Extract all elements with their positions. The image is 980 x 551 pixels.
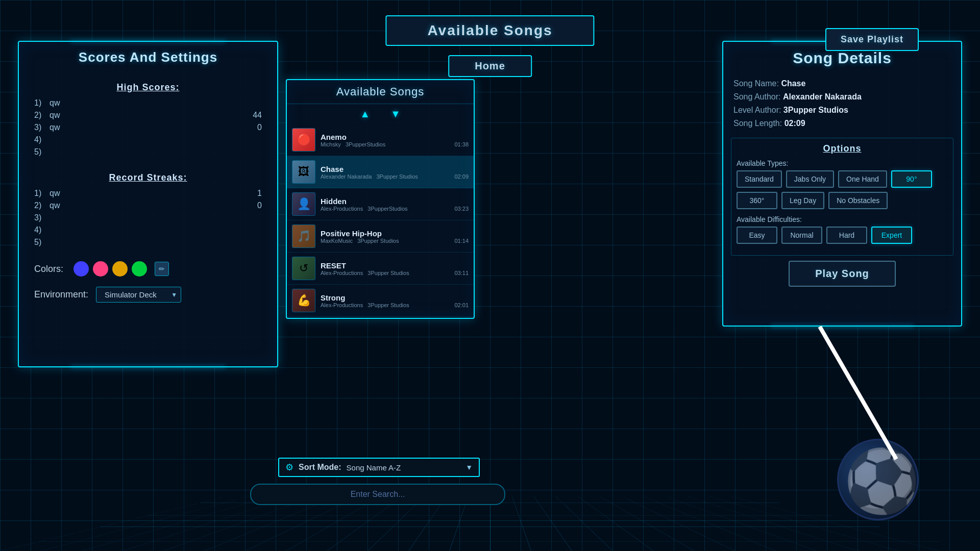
song-thumb-icon: 👤	[297, 197, 311, 211]
score-row: 1)qw	[34, 97, 262, 109]
score-name: qw	[50, 123, 241, 132]
scroll-up-arrow[interactable]: ▲	[360, 108, 370, 120]
available-difficulties-label: Available Difficulties:	[737, 215, 948, 223]
song-meta: Alexander Nakarada 3Pupper Studios 02:09	[321, 173, 469, 180]
song-list-item[interactable]: 💪 Strong Alex-Productions 3Pupper Studio…	[287, 285, 474, 317]
song-duration: 01:14	[454, 238, 469, 244]
color-swatch[interactable]	[132, 261, 147, 277]
type-buttons: StandardJabs OnlyOne Hand90°360°Leg DayN…	[737, 170, 948, 209]
song-thumb-icon: ↺	[299, 262, 308, 275]
streak-rank: 3)	[34, 213, 50, 222]
song-list-item[interactable]: 👤 Hidden Alex-Productions 3PupperStudios…	[287, 188, 474, 220]
song-list-item[interactable]: 🔴 Anemo Michsky 3PupperStudios 01:38	[287, 124, 474, 156]
streak-rank: 5)	[34, 238, 50, 247]
color-swatch[interactable]	[112, 261, 128, 277]
available-types-label: Available Types:	[737, 159, 948, 167]
save-playlist-button[interactable]: Save Playlist	[825, 28, 919, 51]
level-author-value: 3Pupper Studios	[783, 106, 848, 114]
streak-name: qw	[50, 189, 241, 198]
score-value	[241, 147, 262, 157]
panel-top-decor	[70, 41, 226, 42]
streak-value: 0	[241, 201, 262, 210]
level-author-label: Level Author:	[733, 106, 781, 114]
song-list-item[interactable]: ↺ RESET Alex-Productions 3Pupper Studios…	[287, 253, 474, 285]
song-length-row: Song Length: 02:09	[733, 117, 951, 130]
type-button-one-hand[interactable]: One Hand	[838, 170, 887, 188]
song-author: MaxKoMusic 3Pupper Studios	[321, 238, 399, 244]
home-button[interactable]: Home	[448, 55, 532, 77]
streak-value: 1	[241, 189, 262, 198]
score-row: 2)qw44	[34, 109, 262, 121]
main-header: Available Songs	[385, 15, 594, 46]
type-button-jabs-only[interactable]: Jabs Only	[786, 170, 834, 188]
song-list-item[interactable]: 🖼 Chase Alexander Nakarada 3Pupper Studi…	[287, 156, 474, 188]
song-title: Chase	[321, 165, 469, 173]
sort-bar: ⚙ Sort Mode: Song Name A-Z ▼	[278, 458, 480, 477]
scroll-down-arrow[interactable]: ▼	[390, 108, 401, 120]
type-button-leg-day[interactable]: Leg Day	[781, 192, 824, 209]
song-name-value: Chase	[781, 79, 805, 88]
song-author: Michsky 3PupperStudios	[321, 141, 385, 147]
difficulty-button-hard[interactable]: Hard	[826, 227, 867, 244]
difficulty-button-expert[interactable]: Expert	[871, 227, 912, 244]
sort-mode-value: Song Name A-Z	[347, 463, 461, 472]
song-info: Chase Alexander Nakarada 3Pupper Studios…	[321, 165, 469, 180]
streak-row: 4)	[34, 224, 262, 236]
options-section: Options Available Types: StandardJabs On…	[731, 138, 953, 256]
song-duration: 02:09	[454, 173, 469, 180]
song-info: Strong Alex-Productions 3Pupper Studios …	[321, 293, 469, 308]
song-meta: Alex-Productions 3PupperStudios 03:23	[321, 206, 469, 212]
song-title: Strong	[321, 293, 469, 302]
search-input[interactable]	[261, 490, 494, 499]
song-thumb-icon: 🎵	[297, 230, 311, 243]
colors-row: Colors: ✏	[19, 254, 277, 284]
score-value	[241, 98, 262, 108]
scores-panel-title: Scores And Settings	[19, 42, 277, 73]
sort-mode-label: Sort Mode:	[299, 463, 341, 472]
options-title: Options	[737, 143, 948, 154]
type-button-90[interactable]: 90°	[891, 170, 932, 188]
streaks-list: 1)qw12)qw03)4)5)	[34, 187, 262, 248]
environment-dropdown[interactable]: Simulator DeckDefaultNice EnvironmentBig…	[96, 287, 181, 303]
streak-row: 2)qw0	[34, 199, 262, 212]
song-thumbnail: ↺	[292, 257, 315, 280]
play-song-button[interactable]: Play Song	[789, 261, 896, 287]
color-swatch[interactable]	[93, 261, 108, 277]
song-meta: Alex-Productions 3Pupper Studios 03:11	[321, 270, 469, 276]
song-list-item[interactable]: 🎵 Positive Hip-Hop MaxKoMusic 3Pupper St…	[287, 220, 474, 253]
color-swatch[interactable]	[74, 261, 89, 277]
song-info: Anemo Michsky 3PupperStudios 01:38	[321, 133, 469, 147]
score-value: 44	[241, 111, 262, 120]
song-author-label: Song Author:	[733, 92, 781, 101]
panel-bottom-decor	[70, 366, 226, 367]
streak-rank: 4)	[34, 226, 50, 235]
record-streaks-title: Record Streaks:	[34, 172, 262, 183]
edit-colors-button[interactable]: ✏	[155, 262, 169, 276]
colors-list	[74, 261, 147, 277]
score-rank: 5)	[34, 147, 50, 157]
score-row: 4)	[34, 134, 262, 146]
record-streaks-section: Record Streaks: 1)qw12)qw03)4)5)	[19, 163, 277, 254]
streak-value	[241, 238, 262, 247]
score-rank: 1)	[34, 98, 50, 108]
type-button-360[interactable]: 360°	[737, 192, 777, 209]
song-meta: Alex-Productions 3Pupper Studios 02:01	[321, 302, 469, 308]
type-button-no-obstacles[interactable]: No Obstacles	[828, 192, 888, 209]
streak-value	[241, 226, 262, 235]
level-author-row: Level Author: 3Pupper Studios	[733, 104, 951, 117]
song-author: Alex-Productions 3Pupper Studios	[321, 270, 409, 276]
song-info: RESET Alex-Productions 3Pupper Studios 0…	[321, 261, 469, 276]
score-name: qw	[50, 111, 241, 120]
song-length-label: Song Length:	[733, 119, 782, 128]
soccer-ball-decoration	[837, 439, 919, 520]
songs-panel-title: Available Songs	[287, 80, 474, 104]
song-thumbnail: 🎵	[292, 224, 315, 248]
song-duration: 01:38	[454, 141, 469, 147]
environment-label: Environment:	[34, 289, 88, 300]
difficulty-button-normal[interactable]: Normal	[781, 227, 822, 244]
difficulty-button-easy[interactable]: Easy	[737, 227, 777, 244]
right-panel-bottom-decor	[771, 325, 914, 327]
sort-dropdown-arrow[interactable]: ▼	[465, 463, 473, 471]
song-duration: 03:11	[454, 270, 469, 276]
type-button-standard[interactable]: Standard	[737, 170, 782, 188]
